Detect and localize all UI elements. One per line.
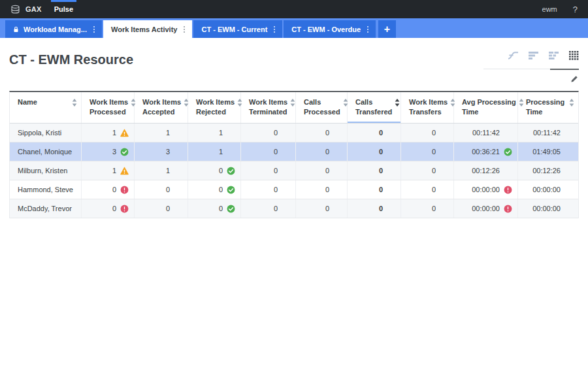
icon-slot-empty <box>226 128 235 137</box>
value-cell: 0 <box>296 180 348 199</box>
spline-chart-icon <box>508 51 519 63</box>
resource-table: NameWork ItemsProcessedWork ItemsAccepte… <box>9 91 579 218</box>
column-header-processing-time[interactable]: ProcessingTime <box>518 92 578 123</box>
cell-value: 0 <box>166 205 170 212</box>
cell-value: Milburn, Kristen <box>18 167 67 175</box>
tab-ct-ewm-current[interactable]: CT - EWM - Current <box>193 20 282 38</box>
cell-value: 0 <box>112 186 116 193</box>
cell-value: 00:00:00 <box>532 186 561 193</box>
icon-slot-empty <box>439 166 448 175</box>
error-icon <box>503 185 512 194</box>
column-header-work-items-accepted[interactable]: Work ItemsAccepted <box>135 92 188 123</box>
tab-menu-icon[interactable] <box>365 25 370 34</box>
tab-menu-icon[interactable] <box>91 25 97 34</box>
column-label: Processed <box>90 107 128 117</box>
view-bar-chart-button[interactable] <box>529 51 539 63</box>
agent-name-cell: McDaddy, Trevor <box>10 199 82 218</box>
error-icon <box>120 185 129 194</box>
column-label: Avg Processing <box>462 97 516 107</box>
table-row[interactable]: Sippola, Kristi111000000:11:4200:11:42 <box>10 124 578 142</box>
column-header-calls-transfered[interactable]: CallsTransfered <box>348 92 401 123</box>
content-area: CT - EWM Resource NameWork ItemsProcesse… <box>0 38 588 218</box>
value-cell: 0 <box>135 199 188 218</box>
column-header-work-items-transfers[interactable]: Work ItemsTransfers <box>401 92 454 123</box>
icon-slot-empty <box>281 204 290 213</box>
database-icon <box>10 5 20 14</box>
cell-value: 0 <box>432 129 436 137</box>
add-tab-button[interactable]: + <box>378 20 396 38</box>
help-icon[interactable]: ? <box>573 5 578 14</box>
value-cell: 0 <box>188 180 241 199</box>
icon-slot-empty <box>226 147 235 156</box>
column-header-name[interactable]: Name <box>10 92 82 123</box>
sort-icon <box>72 97 77 120</box>
value-cell: 3 <box>82 142 135 161</box>
tab-ct-ewm-overdue[interactable]: CT - EWM - Overdue <box>284 20 376 38</box>
icon-slot-empty <box>439 128 448 137</box>
cell-value: 0 <box>379 167 383 175</box>
stacked-bar-chart-icon <box>549 51 559 63</box>
cell-value: 1 <box>112 129 116 137</box>
cell-value: 00:12:26 <box>532 167 561 175</box>
cell-value: 0 <box>325 148 329 156</box>
pulse-label: Pulse <box>54 5 73 13</box>
cell-value: 01:49:05 <box>532 148 561 156</box>
table-row[interactable]: Milburn, Kristen110000000:12:2600:12:26 <box>10 161 578 180</box>
value-cell: 0 <box>135 180 188 199</box>
column-label: Work Items <box>409 97 448 107</box>
value-cell: 0 <box>241 124 296 142</box>
cell-value: 0 <box>274 148 278 156</box>
agent-name-cell: Sippola, Kristi <box>10 124 82 142</box>
value-cell: 00:36:21 <box>454 142 518 161</box>
value-cell: 00:11:42 <box>518 124 578 142</box>
value-cell: 0 <box>82 199 135 218</box>
value-cell: 0 <box>241 161 296 180</box>
value-cell: 0 <box>188 199 241 218</box>
cell-value: 0 <box>432 186 436 193</box>
column-header-calls-processed[interactable]: CallsProcessed <box>296 92 348 123</box>
cell-value: 0 <box>325 167 329 175</box>
cell-value: 00:00:00 <box>532 205 561 212</box>
nav-item-pulse[interactable]: Pulse <box>52 0 75 18</box>
value-cell: 0 <box>348 161 401 180</box>
icon-slot-empty <box>386 147 395 156</box>
column-header-avg-processing-time[interactable]: Avg ProcessingTime <box>454 92 518 123</box>
cell-value: 0 <box>219 167 223 175</box>
icon-slot-empty <box>173 185 182 194</box>
table-row[interactable]: McDaddy, Trevor000000000:00:0000:00:00 <box>10 199 578 218</box>
tab-workload-manag[interactable]: Workload Manag... <box>5 20 102 38</box>
value-cell: 0 <box>296 124 348 142</box>
value-cell: 0 <box>401 199 454 218</box>
column-header-work-items-terminated[interactable]: Work ItemsTerminated <box>241 92 296 123</box>
tab-work-items-activity[interactable]: Work Items Activity <box>103 20 192 38</box>
tab-menu-icon[interactable] <box>182 25 187 34</box>
column-header-work-items-processed[interactable]: Work ItemsProcessed <box>82 92 135 123</box>
cell-value: 0 <box>432 148 436 156</box>
cell-value: 0 <box>112 205 116 212</box>
top-bar: GAX Pulse ewm ? <box>0 0 588 18</box>
column-label: Transfered <box>355 107 392 117</box>
icon-slot-empty <box>439 204 448 213</box>
icon-slot-empty <box>564 128 573 137</box>
error-icon <box>503 204 512 213</box>
cell-value: 0 <box>166 186 170 193</box>
column-label: Processing <box>526 97 564 107</box>
cell-value: 0 <box>325 186 329 193</box>
cell-value: McDaddy, Trevor <box>18 205 72 212</box>
cell-value: 0 <box>325 129 329 137</box>
tab-menu-icon[interactable] <box>272 25 277 34</box>
view-grid-button[interactable] <box>569 51 579 63</box>
cell-value: 00:00:00 <box>472 186 500 193</box>
user-menu[interactable]: ewm <box>542 5 557 13</box>
edit-button[interactable] <box>570 74 579 86</box>
column-header-work-items-rejected[interactable]: Work ItemsRejected <box>188 92 241 123</box>
table-row[interactable]: Chanel, Monique331000000:36:2101:49:05 <box>10 142 578 161</box>
view-spline-chart-button[interactable] <box>508 51 519 63</box>
gax-menu[interactable]: GAX <box>10 5 42 14</box>
cell-value: Sippola, Kristi <box>18 129 61 137</box>
table-row[interactable]: Hammond, Steve000000000:00:0000:00:00 <box>10 180 578 199</box>
agent-name-cell: Milburn, Kristen <box>10 161 82 180</box>
column-label: Processed <box>304 107 340 117</box>
view-stacked-bar-chart-button[interactable] <box>549 51 559 63</box>
value-cell: 00:00:00 <box>518 199 578 218</box>
